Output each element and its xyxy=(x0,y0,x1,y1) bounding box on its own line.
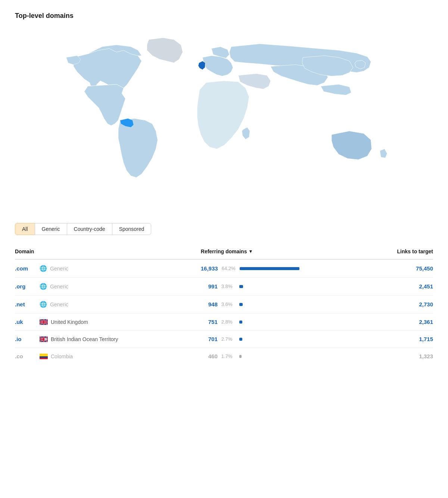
filter-tabs: All Generic Country-code Sponsored xyxy=(15,223,433,235)
table-row: .net 🌐 Generic 948 3.6% 2,730 xyxy=(15,296,433,313)
domain-name[interactable]: .io xyxy=(15,336,34,342)
domain-type: 🌐 Generic xyxy=(40,301,68,308)
domain-cell: .com 🌐 Generic xyxy=(15,265,201,272)
domain-table: Domain Referring domains ▼ Links to targ… xyxy=(15,245,433,365)
domain-type: 🌐 Generic xyxy=(40,265,68,272)
links-cell: 1,715 xyxy=(340,336,433,342)
links-cell: 2,730 xyxy=(340,301,433,307)
country-name: Colombia xyxy=(51,353,73,359)
biot-flag-icon xyxy=(40,336,48,342)
ref-percent: 2.7% xyxy=(221,336,236,342)
filter-tab-country-code[interactable]: Country-code xyxy=(67,223,112,235)
country-name: United Kingdom xyxy=(51,319,88,325)
sort-arrow-icon: ▼ xyxy=(248,249,253,254)
column-header-domain: Domain xyxy=(15,248,201,254)
links-cell: 1,323 xyxy=(340,353,433,359)
referring-cell: 991 3.8% xyxy=(201,283,340,290)
referring-cell: 701 2.7% xyxy=(201,336,340,342)
ref-percent: 1.7% xyxy=(221,353,236,359)
domain-cell: .io British Indian Ocean Territory xyxy=(15,336,201,342)
page-title: Top-level domains xyxy=(15,12,433,20)
column-header-links: Links to target xyxy=(340,248,433,254)
bar-fill xyxy=(239,321,242,324)
svg-rect-3 xyxy=(40,353,48,356)
domain-type: British Indian Ocean Territory xyxy=(40,336,118,342)
colombia-flag-icon xyxy=(40,353,48,359)
ref-count: 948 xyxy=(201,301,218,307)
referring-cell: 16,933 64.2% xyxy=(201,265,340,272)
links-cell: 2,451 xyxy=(340,283,433,290)
bar-bg xyxy=(239,321,340,324)
table-row: .uk United Kingdom 751 2.8% xyxy=(15,313,433,331)
uk-flag-icon xyxy=(40,319,48,325)
ref-percent: 3.8% xyxy=(221,284,236,289)
bar-bg xyxy=(239,338,340,341)
table-row: .org 🌐 Generic 991 3.8% 2,451 xyxy=(15,278,433,296)
domain-type: Colombia xyxy=(40,353,73,359)
links-cell: 75,450 xyxy=(340,265,433,272)
bar-bg xyxy=(240,267,340,270)
domain-cell: .org 🌐 Generic xyxy=(15,283,201,290)
ref-count: 991 xyxy=(201,283,218,290)
ref-count: 701 xyxy=(201,336,218,342)
links-cell: 2,361 xyxy=(340,319,433,325)
domain-type: United Kingdom xyxy=(40,319,88,325)
ref-percent: 3.6% xyxy=(221,301,236,307)
domain-name[interactable]: .uk xyxy=(15,319,34,325)
domain-name[interactable]: .co xyxy=(15,353,34,359)
bar-bg xyxy=(239,303,340,306)
globe-icon: 🌐 xyxy=(40,283,47,290)
domain-cell: .uk United Kingdom xyxy=(15,319,201,325)
table-row: .io British Indian Ocean Territory xyxy=(15,331,433,348)
globe-icon: 🌐 xyxy=(40,301,47,308)
domain-cell: .net 🌐 Generic xyxy=(15,301,201,308)
table-header: Domain Referring domains ▼ Links to targ… xyxy=(15,245,433,260)
globe-icon: 🌐 xyxy=(40,265,47,272)
bar-bg xyxy=(239,355,340,358)
filter-tab-all[interactable]: All xyxy=(15,223,35,235)
bar-fill xyxy=(239,355,242,358)
column-header-referring[interactable]: Referring domains ▼ xyxy=(201,248,340,254)
domain-name[interactable]: .net xyxy=(15,301,34,307)
referring-cell: 751 2.8% xyxy=(201,319,340,325)
domain-type: 🌐 Generic xyxy=(40,283,68,290)
bar-bg xyxy=(239,285,340,288)
filter-tab-sponsored[interactable]: Sponsored xyxy=(112,223,152,235)
referring-cell: 948 3.6% xyxy=(201,301,340,307)
svg-rect-5 xyxy=(40,358,48,359)
country-name: British Indian Ocean Territory xyxy=(51,336,118,342)
svg-rect-4 xyxy=(40,356,48,358)
bar-fill xyxy=(240,267,299,270)
ref-percent: 64.2% xyxy=(222,266,236,271)
domain-name[interactable]: .com xyxy=(15,265,34,272)
table-row: .com 🌐 Generic 16,933 64.2% 75,450 xyxy=(15,260,433,278)
domain-name[interactable]: .org xyxy=(15,283,34,290)
filter-tab-generic[interactable]: Generic xyxy=(35,223,67,235)
bar-fill xyxy=(239,338,242,341)
ref-percent: 2.8% xyxy=(221,319,236,325)
bar-fill xyxy=(239,303,243,306)
world-map xyxy=(15,29,433,208)
ref-count: 751 xyxy=(201,319,218,325)
referring-cell: 460 1.7% xyxy=(201,353,340,359)
bar-fill xyxy=(239,285,243,288)
domain-cell: .co Colombia xyxy=(15,353,201,359)
table-row: .co Colombia 460 1.7% 1,323 xyxy=(15,348,433,365)
ref-count: 460 xyxy=(201,353,218,359)
ref-count: 16,933 xyxy=(201,265,218,272)
